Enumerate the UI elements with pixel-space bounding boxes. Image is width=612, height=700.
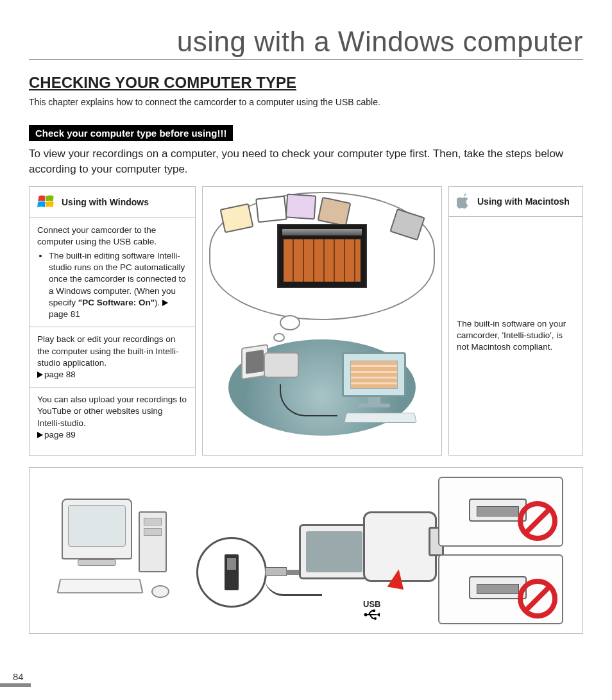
arrow-icon xyxy=(37,371,43,378)
bubble-tail-icon xyxy=(273,333,285,342)
win-b1-post: ). xyxy=(155,298,162,307)
desktop-pc-icon xyxy=(55,499,196,608)
windows-column: Using with Windows Connect your camcorde… xyxy=(29,186,196,456)
mac-body: The built-in software on your camcorder,… xyxy=(449,217,582,455)
red-arrow-icon xyxy=(387,568,407,590)
win-b1-ref: page 81 xyxy=(49,309,80,319)
mac-column: Using with Macintosh The built-in softwa… xyxy=(448,186,583,456)
windows-block-2: Play back or edit your recordings on the… xyxy=(30,327,195,388)
svg-point-2 xyxy=(374,617,377,620)
camcorder-icon xyxy=(241,346,299,384)
svg-line-4 xyxy=(525,509,550,533)
win-b1-bullet: The built-in editing software Intelli-st… xyxy=(49,250,187,320)
usb-label-text: USB xyxy=(363,599,380,609)
wrong-port-2 xyxy=(438,554,563,624)
usb-label: USB xyxy=(363,599,380,620)
mac-header: Using with Macintosh xyxy=(449,187,582,217)
win-b1-lead: Connect your camcorder to the computer u… xyxy=(37,225,157,246)
intro-text: This chapter explains how to connect the… xyxy=(29,97,583,107)
mac-title: Using with Macintosh xyxy=(477,196,570,207)
win-b2-ref: page 88 xyxy=(44,370,76,379)
usb-port-closeup-icon xyxy=(196,537,267,608)
usb-trident-icon xyxy=(364,609,380,620)
intelli-studio-window-icon xyxy=(277,224,367,288)
win-b1-bold: "PC Software: On" xyxy=(78,298,155,307)
monitor-icon xyxy=(342,352,406,410)
windows-logo-icon xyxy=(37,193,55,211)
section-heading: CHECKING YOUR COMPUTER TYPE xyxy=(29,74,583,92)
center-illustration xyxy=(202,186,442,456)
prohibited-icon xyxy=(517,578,558,619)
svg-rect-1 xyxy=(373,610,375,612)
arrow-icon xyxy=(37,432,43,438)
check-type-banner: Check your computer type before using!!! xyxy=(29,125,233,141)
os-columns: Using with Windows Connect your camcorde… xyxy=(29,186,583,456)
page-title: using with a Windows computer xyxy=(29,26,583,60)
camcorder-large-icon xyxy=(299,505,440,608)
wrong-port-1 xyxy=(438,477,563,547)
windows-title: Using with Windows xyxy=(62,197,149,207)
mac-body-text: The built-in software on your camcorder,… xyxy=(457,318,575,354)
banner-followup-text: To view your recordings on a computer, y… xyxy=(29,146,583,177)
win-b2-text: Play back or edit your recordings on the… xyxy=(37,334,179,367)
win-b3-text: You can also upload your recordings to Y… xyxy=(37,395,187,427)
windows-block-1: Connect your camcorder to the computer u… xyxy=(30,218,195,328)
keyboard-icon xyxy=(344,413,417,422)
thought-bubble xyxy=(209,192,435,320)
arrow-icon xyxy=(162,300,168,306)
page-number: 84 xyxy=(13,671,24,682)
windows-block-3: You can also upload your recordings to Y… xyxy=(30,388,195,447)
page-number-bar xyxy=(0,683,31,687)
prohibited-ports xyxy=(438,477,563,624)
prohibited-icon xyxy=(517,500,558,542)
apple-logo-icon xyxy=(457,193,471,210)
bubble-tail-icon xyxy=(280,315,300,330)
win-b3-ref: page 89 xyxy=(44,430,76,440)
connection-diagram: USB xyxy=(29,467,583,634)
svg-line-6 xyxy=(525,586,550,611)
windows-header: Using with Windows xyxy=(30,187,195,218)
